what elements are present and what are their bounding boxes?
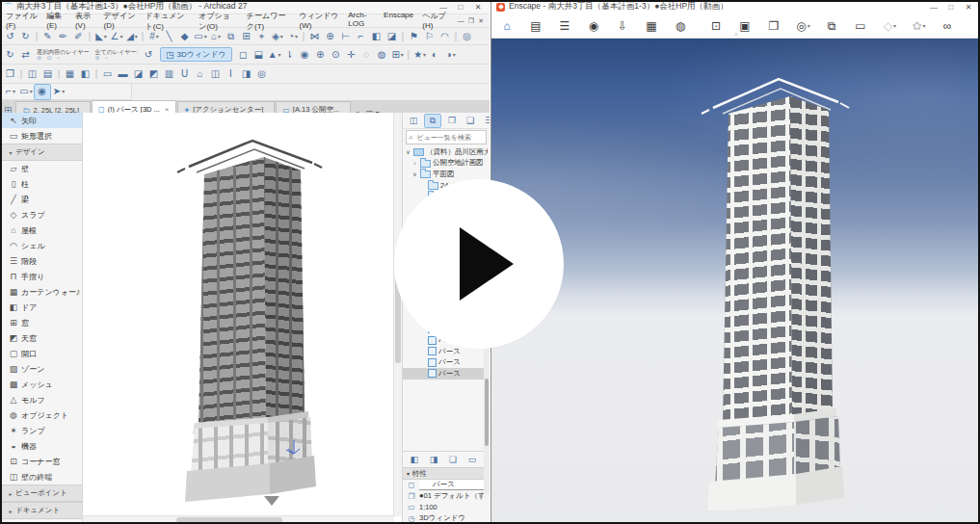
walk-mode-icon[interactable]: ⇂: [282, 47, 298, 62]
tool-stair[interactable]: ☰ 階段: [0, 253, 82, 269]
beam-mode-icon[interactable]: ▬: [116, 66, 131, 81]
new-folder-button[interactable]: ◨: [426, 453, 441, 467]
selection-layer-block[interactable]: 選択内容のレイヤー ⊘ ⊙ ▫: [37, 49, 90, 61]
material-library-icon[interactable]: ◍: [671, 16, 691, 36]
close-button[interactable]: ✕: [470, 3, 486, 12]
flag-on-icon[interactable]: ⚑: [407, 29, 422, 43]
close-button[interactable]: ✕: [961, 3, 976, 12]
canvas-vertical-scrollbar[interactable]: [393, 113, 402, 516]
tool-wall-end[interactable]: ◫ 壁の終端: [0, 469, 82, 485]
tool-railing[interactable]: Π 手摺り: [0, 269, 82, 284]
offset-tool-icon[interactable]: ◢▾: [124, 29, 140, 43]
outlines-icon[interactable]: ✿▾: [909, 16, 929, 36]
teamwork-send-icon[interactable]: ❐: [3, 66, 18, 81]
pan-icon[interactable]: ✛: [344, 47, 359, 62]
tool-object[interactable]: ◍ オブジェクト: [0, 407, 82, 423]
tool-shell[interactable]: ◠ シェル: [0, 238, 82, 253]
tool-wall[interactable]: ▱ 壁: [0, 161, 82, 176]
canvas-horizontal-scrollbar[interactable]: [83, 515, 394, 524]
fillet-icon[interactable]: ⌐: [354, 29, 369, 43]
slope-tool-icon[interactable]: ◣▾: [93, 29, 109, 43]
video-export-icon[interactable]: ◎▾: [793, 16, 813, 36]
prop-scale[interactable]: ▭ 1:100: [403, 502, 490, 513]
look-around-icon[interactable]: ◉: [298, 47, 313, 62]
publisher-icon[interactable]: ❑: [463, 115, 478, 127]
reset-view-icon[interactable]: ↺: [141, 47, 156, 62]
toolbox-section-design[interactable]: ▾ デザイン: [0, 144, 82, 161]
camera-icon[interactable]: ▲▾: [267, 47, 282, 62]
toolbox-section-document[interactable]: ▸ ドキュメント: [0, 502, 82, 519]
tool-column[interactable]: ▯ 柱: [0, 176, 82, 192]
angle-tool-icon[interactable]: ∠▾: [109, 29, 124, 43]
sep[interactable]: |: [87, 29, 93, 43]
resize-icon[interactable]: ◧: [369, 29, 384, 43]
explore-icon[interactable]: ◍: [375, 47, 390, 62]
publish-icon[interactable]: ◑▾: [443, 47, 459, 62]
cutting-planes-icon[interactable]: ⬓: [252, 47, 267, 62]
favorites-icon[interactable]: ★▾: [412, 47, 428, 62]
cursor-icon[interactable]: ➤▾: [51, 85, 66, 99]
capture-icon[interactable]: ◐: [428, 47, 443, 62]
slab-mode-icon[interactable]: ◪: [131, 66, 146, 81]
fit-in-window-icon[interactable]: ⊕: [313, 47, 329, 62]
sep[interactable]: |: [301, 29, 307, 43]
home-icon[interactable]: ⌂: [497, 16, 517, 36]
white-model-icon[interactable]: ◇▾: [880, 16, 900, 36]
redo-icon[interactable]: ↻: [18, 29, 34, 43]
profile-icon[interactable]: ◫: [208, 66, 224, 81]
properties-section-header[interactable]: ▾ 特性: [403, 467, 490, 480]
view-list-icon[interactable]: ☰: [555, 16, 575, 36]
trace-reference-icon[interactable]: ◧: [78, 66, 93, 81]
roof-mode-icon[interactable]: ◩: [146, 66, 162, 81]
search-input[interactable]: [414, 133, 484, 142]
enscape-render-viewport[interactable]: [491, 39, 980, 524]
doc-minimize-button[interactable]: —: [458, 17, 464, 25]
play-button[interactable]: [394, 179, 564, 349]
tool-arrow[interactable]: ↖ 矢印: [0, 113, 82, 128]
view-map-icon[interactable]: ⧉: [424, 114, 441, 128]
snap-guides-icon[interactable]: ◆: [177, 29, 193, 43]
maximize-button[interactable]: □: [943, 3, 959, 12]
view-search-box[interactable]: ⌕: [406, 130, 487, 144]
pen-icon[interactable]: ✏: [56, 29, 71, 43]
zoom-icon[interactable]: ⊙: [329, 47, 344, 62]
flag-off-icon[interactable]: ⚐: [422, 29, 437, 43]
all-layers-block[interactable]: 全てのレイヤー: ⊘ ▫: [95, 49, 138, 61]
transform-icon[interactable]: ◈▾: [270, 29, 285, 43]
archicad-3d-viewport[interactable]: [83, 113, 402, 524]
prop-layer-combination[interactable]: ❐ ●01 デフォルト（すべて表示）: [403, 491, 490, 503]
sep[interactable]: |: [93, 66, 100, 81]
tool-corner-window[interactable]: ⊡ コーナー窓: [0, 454, 82, 469]
layout-book-icon[interactable]: ❐: [444, 115, 460, 127]
marquee-style-icon[interactable]: ▭▾: [18, 85, 34, 99]
layer-settings-icon[interactable]: ◫: [25, 66, 40, 81]
tool-skylight[interactable]: ◩ 天窓: [0, 330, 82, 346]
minimize-button[interactable]: —: [926, 3, 941, 12]
autogroup-icon[interactable]: ⊞: [239, 29, 254, 43]
story-settings-icon[interactable]: ▤: [40, 66, 56, 81]
stretch-icon[interactable]: ◪: [384, 29, 400, 43]
tool-equipment[interactable]: ◒ 機器: [0, 438, 82, 454]
rotate-icon[interactable]: ◔▾: [285, 29, 301, 43]
new-viewpoint-button[interactable]: ◧: [407, 453, 422, 467]
prop-view-type[interactable]: ◷ 3Dウィンドウ: [403, 513, 490, 524]
grid-snap-icon[interactable]: #▾: [146, 29, 162, 43]
virtual-trace-icon[interactable]: ▦: [63, 66, 78, 81]
group-icon[interactable]: ⧉: [224, 29, 239, 43]
collapse-toolbar-icon[interactable]: ^: [734, 32, 737, 39]
tree-item-open-space-plan[interactable]: › 公開空地計画図: [403, 158, 490, 170]
orbit-icon[interactable]: ◌: [359, 47, 375, 62]
screenshot-icon[interactable]: ⊡: [706, 16, 727, 36]
prop-view-name[interactable]: ◻ パース: [403, 480, 490, 491]
steel-icon[interactable]: I: [224, 66, 239, 81]
batch-render-icon[interactable]: ❐: [764, 16, 784, 36]
tool-opening[interactable]: ▢ 開口: [0, 346, 82, 361]
tool-lamp[interactable]: ✶ ランプ: [0, 423, 82, 438]
project-map-icon[interactable]: ◫: [406, 115, 421, 127]
tool-curtain-wall[interactable]: ▦ カーテンウォール: [0, 284, 82, 300]
expand-arrow-icon[interactable]: ∨: [405, 148, 411, 155]
maximize-button[interactable]: □: [453, 3, 468, 12]
sep[interactable]: |: [56, 66, 63, 81]
safe-frame-icon[interactable]: ▭: [851, 16, 871, 36]
split-icon[interactable]: ⋈: [307, 29, 323, 43]
